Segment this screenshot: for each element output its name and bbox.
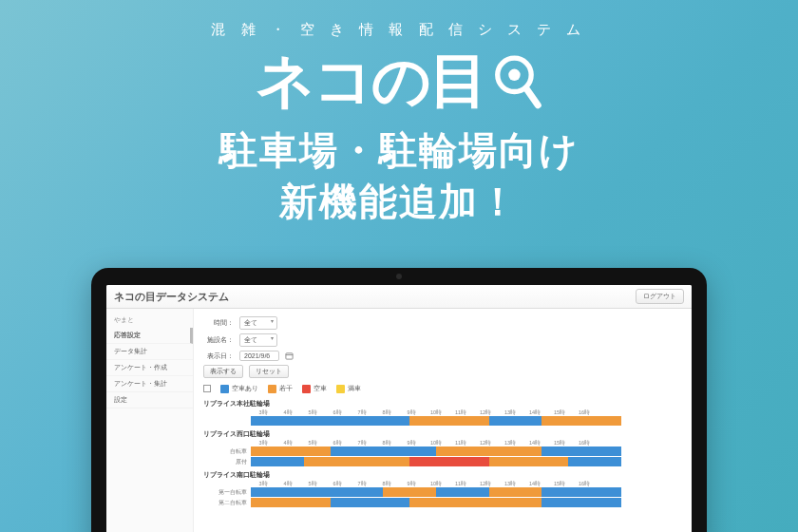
sidebar-item[interactable]: アンケート・集計	[106, 376, 193, 392]
bar-segment	[542, 416, 621, 426]
headline: 駐車場・駐輪場向け 新機能追加！	[0, 124, 798, 227]
headline-line-2: 新機能追加！	[0, 176, 798, 227]
sidebar-item[interactable]: 応答設定	[106, 328, 193, 344]
bar-segment	[331, 498, 410, 507]
chart-title: リプライス西口駐輪場	[203, 429, 682, 439]
chart-row: 第二自転車	[203, 498, 682, 507]
row-label: 第二自転車	[203, 499, 247, 507]
calendar-icon[interactable]	[285, 352, 294, 361]
bar-segment	[436, 446, 542, 456]
magnifier-eye-icon	[492, 51, 543, 110]
sidebar-item[interactable]: 設定	[106, 392, 193, 408]
row-label: 原付	[203, 458, 247, 466]
app-title: ネコの目データシステム	[114, 290, 229, 304]
bar-segment	[409, 498, 542, 507]
time-axis: 3時4時5時6時7時8時9時10時11時12時13時14時15時16時	[251, 409, 682, 416]
time-axis: 3時4時5時6時7時8時9時10時11時12時13時14時15時16時	[251, 440, 682, 446]
app-header: ネコの目データシステム ログアウト	[106, 285, 692, 309]
logout-button[interactable]: ログアウト	[636, 289, 684, 304]
bar-segment	[568, 457, 621, 466]
chart-group: リプライス本社駐輪場3時4時5時6時7時8時9時10時11時12時13時14時1…	[203, 399, 682, 426]
legend-item: 空車	[302, 384, 327, 393]
sidebar-group[interactable]: やまと	[106, 313, 193, 328]
status-bar	[251, 498, 621, 507]
sidebar-item[interactable]: アンケート・作成	[106, 360, 193, 376]
bar-segment	[489, 457, 569, 466]
logo: ネコの目	[0, 41, 798, 121]
laptop-mockup: ネコの目データシステム ログアウト やまと 応答設定データ集計アンケート・作成ア…	[91, 268, 707, 532]
bar-segment	[304, 457, 409, 466]
status-bar	[251, 487, 621, 497]
chart-group: リプライス西口駐輪場3時4時5時6時7時8時9時10時11時12時13時14時1…	[203, 429, 682, 466]
reset-button[interactable]: リセット	[249, 365, 289, 378]
show-button[interactable]: 表示する	[203, 365, 243, 378]
chart-row: 自転車	[203, 446, 682, 456]
chart-title: リプライス南口駐輪場	[203, 470, 682, 480]
bar-segment	[251, 498, 331, 507]
bar-segment	[542, 487, 621, 497]
legend-item: 若干	[268, 384, 293, 393]
svg-rect-2	[286, 352, 293, 358]
bar-segment	[251, 457, 304, 466]
legend-item: 空車あり	[220, 384, 258, 393]
legend-item: 満車	[336, 384, 361, 393]
bar-segment	[409, 416, 489, 426]
field2-label: 施設名：	[203, 335, 234, 345]
chart-title: リプライス本社駐輪場	[203, 399, 682, 408]
date-input[interactable]: 2021/9/6	[239, 351, 279, 361]
bar-segment	[436, 487, 489, 497]
logo-text: ネコの目	[256, 41, 486, 121]
main-panel: 時間： 全て 施設名： 全て 表示日： 2021/9/6	[194, 309, 692, 532]
tagline: 混 雑 ・ 空 き 情 報 配 信 シ ス テ ム	[0, 21, 798, 39]
chart-group: リプライス南口駐輪場3時4時5時6時7時8時9時10時11時12時13時14時1…	[203, 470, 682, 507]
bar-segment	[251, 416, 409, 426]
headline-line-1: 駐車場・駐輪場向け	[0, 124, 798, 176]
time-axis: 3時4時5時6時7時8時9時10時11時12時13時14時15時16時	[251, 481, 682, 487]
chart-row: 第一自転車	[203, 487, 682, 497]
row-label: 自転車	[203, 447, 247, 456]
sidebar: やまと 応答設定データ集計アンケート・作成アンケート・集計設定	[106, 309, 194, 532]
bar-segment	[489, 416, 542, 426]
bar-segment	[542, 498, 621, 507]
legend: 空車あり若干空車満車	[203, 384, 682, 393]
bar-segment	[251, 446, 331, 456]
svg-point-1	[508, 69, 520, 81]
time-select[interactable]: 全て	[239, 316, 277, 330]
bar-segment	[542, 446, 621, 456]
sidebar-item[interactable]: データ集計	[106, 344, 193, 360]
field3-label: 表示日：	[203, 352, 234, 361]
status-bar	[251, 416, 621, 426]
chart-row	[203, 416, 682, 426]
bar-segment	[489, 487, 542, 497]
row-label: 第一自転車	[203, 488, 247, 497]
facility-select[interactable]: 全て	[239, 333, 277, 347]
field1-label: 時間：	[203, 318, 234, 328]
app-screen: ネコの目データシステム ログアウト やまと 応答設定データ集計アンケート・作成ア…	[106, 285, 692, 532]
camera-dot	[396, 274, 402, 279]
bar-segment	[383, 487, 436, 497]
status-bar	[251, 457, 621, 466]
hero: 混 雑 ・ 空 き 情 報 配 信 シ ス テ ム ネコの目 駐車場・駐輪場向け…	[0, 0, 798, 227]
bar-segment	[331, 446, 436, 456]
status-bar	[251, 446, 621, 456]
bar-segment	[251, 487, 383, 497]
bar-segment	[409, 457, 489, 466]
chart-row: 原付	[203, 457, 682, 466]
